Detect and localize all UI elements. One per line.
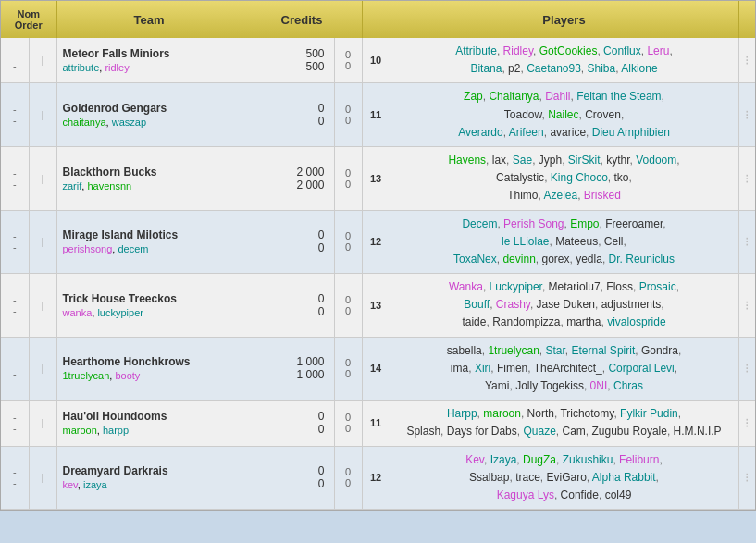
team-name: Hearthome Honchkrows [63,355,236,368]
header-players-list: Players [390,1,738,38]
table-row: --|Meteor Falls Miniorsattribute, ridley… [1,38,755,83]
credits-sub-cell: 00 [334,274,362,338]
player-count-cell: 11 [362,401,390,446]
table-row: --|Goldenrod Gengarschaitanya, waszap000… [1,83,755,147]
scroll-icon-cell: ⁝ [738,401,755,446]
team-cell: Blackthorn Buckszarif, havensnn [56,146,242,210]
scroll-icon-cell: ⁝ [738,146,755,210]
order-cell: -- [1,210,29,274]
team-name: Meteor Falls Miniors [63,47,236,60]
player-count-cell: 13 [362,146,390,210]
credits-cell: 00 [242,401,334,446]
teams-table: NomOrder Team Credits Players --|Meteor … [1,1,755,510]
order-cell-2: | [29,210,56,274]
credits-cell: 500500 [242,38,334,83]
header-team: Team [56,1,242,38]
team-captains: 1truelycan, booty [63,370,236,381]
player-count-cell: 10 [362,38,390,83]
order-cell: -- [1,38,29,83]
scroll-icon-cell: ⁝ [738,274,755,338]
team-captains: kev, izaya [63,479,236,490]
team-cell: Meteor Falls Miniorsattribute, ridley [56,38,242,83]
player-count-cell: 12 [362,210,390,274]
team-name: Goldenrod Gengars [63,102,236,115]
team-name: Dreamyard Darkrais [63,464,236,477]
credits-sub-cell: 00 [334,146,362,210]
credits-sub-cell: 00 [334,210,362,274]
header-players [362,1,390,38]
players-cell: Kev, Izaya, DugZa, Zukushiku, Feliburn, … [390,446,738,510]
order-cell: -- [1,337,29,401]
order-cell-2: | [29,446,56,510]
scroll-icon-cell: ⁝ [738,337,755,401]
order-cell: -- [1,146,29,210]
header-order: NomOrder [1,1,56,38]
players-cell: Zap, Chaitanya, Dahli, Feitan the Steam,… [390,83,738,147]
team-captains: maroon, harpp [63,425,236,436]
team-captains: wanka, luckypiper [63,307,236,318]
credits-sub-cell: 00 [334,337,362,401]
header-icon [738,1,755,38]
team-name: Hau'oli Houndooms [63,410,236,423]
credits-cell: 1 0001 000 [242,337,334,401]
team-name: Trick House Treeckos [63,292,236,305]
team-cell: Hearthome Honchkrows1truelycan, booty [56,337,242,401]
order-cell-2: | [29,83,56,147]
credits-sub-cell: 00 [334,38,362,83]
player-count-cell: 12 [362,446,390,510]
players-cell: Decem, Perish Song, Empo, Freeroamer, le… [390,210,738,274]
credits-cell: 00 [242,274,334,338]
credits-sub-cell: 00 [334,401,362,446]
player-count-cell: 14 [362,337,390,401]
order-cell-2: | [29,38,56,83]
team-name: Mirage Island Milotics [63,228,236,241]
player-count-cell: 11 [362,83,390,147]
scroll-icon-cell: ⁝ [738,38,755,83]
players-cell: Attribute, Ridley, GotCookies, Conflux, … [390,38,738,83]
table-row: --|Hearthome Honchkrows1truelycan, booty… [1,337,755,401]
team-captains: perishsong, decem [63,243,236,254]
scroll-icon-cell: ⁝ [738,83,755,147]
team-cell: Mirage Island Miloticsperishsong, decem [56,210,242,274]
table-row: --|Hau'oli Houndoomsmaroon, harpp000011H… [1,401,755,446]
credits-cell: 00 [242,210,334,274]
team-name: Blackthorn Bucks [63,166,236,179]
team-cell: Goldenrod Gengarschaitanya, waszap [56,83,242,147]
team-captains: chaitanya, waszap [63,117,236,128]
team-captains: attribute, ridley [63,62,236,73]
table-row: --|Trick House Treeckoswanka, luckypiper… [1,274,755,338]
order-cell: -- [1,274,29,338]
team-cell: Trick House Treeckoswanka, luckypiper [56,274,242,338]
credits-cell: 00 [242,446,334,510]
scroll-icon-cell: ⁝ [738,210,755,274]
table-row: --|Blackthorn Buckszarif, havensnn2 0002… [1,146,755,210]
players-cell: Havens, lax, Sae, Jyph, SirSkit, kythr, … [390,146,738,210]
order-cell-2: | [29,337,56,401]
order-cell-2: | [29,274,56,338]
order-cell: -- [1,446,29,510]
players-cell: sabella, 1truelycan, Star, Eternal Spiri… [390,337,738,401]
scroll-icon-cell: ⁝ [738,446,755,510]
players-cell: Wanka, Luckypiper, Metariolu7, Floss, Pr… [390,274,738,338]
credits-sub-cell: 00 [334,446,362,510]
table-row: --|Mirage Island Miloticsperishsong, dec… [1,210,755,274]
header-credits: Credits [242,1,362,38]
player-count-cell: 13 [362,274,390,338]
order-cell: -- [1,401,29,446]
table-header-row: NomOrder Team Credits Players [1,1,755,38]
main-table-wrapper: NomOrder Team Credits Players --|Meteor … [0,0,756,511]
table-row: --|Dreamyard Darkraiskev, izaya000012Kev… [1,446,755,510]
order-cell: -- [1,83,29,147]
players-cell: Harpp, maroon, North, Trichotomy, Fylkir… [390,401,738,446]
team-cell: Dreamyard Darkraiskev, izaya [56,446,242,510]
order-cell-2: | [29,401,56,446]
credits-cell: 00 [242,83,334,147]
team-captains: zarif, havensnn [63,180,236,191]
credits-sub-cell: 00 [334,83,362,147]
team-cell: Hau'oli Houndoomsmaroon, harpp [56,401,242,446]
credits-cell: 2 0002 000 [242,146,334,210]
order-cell-2: | [29,146,56,210]
